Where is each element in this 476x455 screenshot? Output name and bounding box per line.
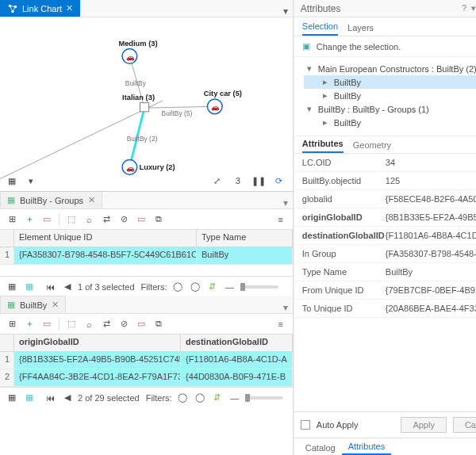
- first-icon[interactable]: ⏮: [43, 280, 57, 294]
- car-icon: 🚗: [211, 103, 220, 112]
- tree-item[interactable]: ▸BuiltBy: [304, 116, 476, 129]
- zoom-icon[interactable]: ⌕: [82, 317, 96, 331]
- copy-icon[interactable]: ⧉: [152, 212, 166, 227]
- apply-button[interactable]: Apply: [401, 417, 447, 433]
- filter1-icon[interactable]: ◯: [171, 280, 185, 294]
- table-row[interactable]: 1 {FA358307-B798-4548-B5F7-5C449C61B61C}…: [0, 247, 293, 265]
- select-icon[interactable]: ⬚: [64, 317, 79, 331]
- chevron-down-icon[interactable]: ▾: [283, 197, 293, 208]
- rownum-header[interactable]: [0, 335, 14, 351]
- attr-key: In Group: [302, 249, 386, 258]
- close-icon[interactable]: ✕: [88, 195, 95, 205]
- del2-icon[interactable]: ▭: [134, 317, 148, 331]
- attr-row[interactable]: globalid{F58ECE48-B2F6-4A50-A86B: [294, 190, 476, 208]
- attr-row[interactable]: From Unique ID{79EB7CBF-0BEF-4B9B-857: [294, 281, 476, 300]
- view-all-icon[interactable]: ▦: [5, 391, 19, 405]
- svg-rect-9: [140, 103, 148, 112]
- copy-icon[interactable]: ⧉: [152, 317, 166, 331]
- tab-link-chart[interactable]: Link Chart ✕: [0, 0, 80, 17]
- clear-icon[interactable]: ⊘: [117, 317, 131, 331]
- attr-key: From Unique ID: [302, 285, 386, 295]
- tree-item[interactable]: ▸BuiltBy: [304, 89, 476, 102]
- col-origin[interactable]: originGlobalID: [14, 335, 181, 351]
- refresh-icon[interactable]: ⟳: [272, 174, 286, 188]
- attr-row[interactable]: LC.OID34: [294, 154, 476, 172]
- tab-builtby-groups[interactable]: ▦ BuiltBy - Groups ✕: [0, 191, 102, 208]
- col-element-id[interactable]: Element Unique ID: [14, 230, 197, 247]
- rownum-header[interactable]: [0, 230, 14, 247]
- table-row[interactable]: 2 {FF4AA84C-3B2E-4CD1-8EA2-F79A1F7335C5}…: [0, 369, 293, 387]
- add-icon[interactable]: ＋: [22, 212, 36, 227]
- cancel-button[interactable]: Cancel: [453, 417, 476, 433]
- attr-row[interactable]: Type NameBuiltBy: [294, 263, 476, 281]
- del2-icon[interactable]: ▭: [134, 212, 148, 227]
- fit-icon[interactable]: ⤢: [210, 174, 225, 188]
- prev-icon[interactable]: ◀: [60, 391, 75, 405]
- zoom-icon[interactable]: ⌕: [82, 212, 96, 227]
- row-height-slider[interactable]: [245, 396, 283, 400]
- field-icon[interactable]: ⊞: [5, 212, 19, 227]
- close-icon[interactable]: ✕: [66, 3, 73, 13]
- select-icon[interactable]: ⬚: [64, 212, 79, 227]
- first-icon[interactable]: ⏮: [43, 391, 57, 405]
- row-height-slider[interactable]: [240, 285, 278, 289]
- help-icon[interactable]: ?: [462, 3, 466, 13]
- tab-selection[interactable]: Selection: [302, 18, 338, 36]
- auto-apply-checkbox[interactable]: [301, 420, 310, 430]
- prev-icon[interactable]: ◀: [60, 280, 75, 294]
- tree-group[interactable]: ▾Main European Constructors : BuiltBy (2…: [304, 62, 476, 75]
- col-type-name[interactable]: Type Name: [197, 230, 293, 247]
- col-dest[interactable]: destinationGlobalID: [181, 335, 293, 351]
- filter4-icon[interactable]: —: [228, 391, 242, 405]
- node-luxury[interactable]: Luxury (2) 🚗: [122, 160, 175, 175]
- attr-row[interactable]: destinationGlobalID{F11801A6-4B8A-4C1D-A…: [294, 227, 476, 245]
- menu-icon[interactable]: ≡: [274, 212, 288, 227]
- delete-icon[interactable]: ▭: [40, 212, 54, 227]
- node-italian[interactable]: Italian (3): [122, 94, 155, 112]
- tree-item[interactable]: ▸BuiltBy: [304, 75, 476, 89]
- pause-icon[interactable]: ❚❚: [251, 174, 266, 188]
- delete-icon[interactable]: ▭: [40, 317, 54, 331]
- filter3-icon[interactable]: ⇵: [210, 391, 225, 405]
- auto-hide-icon[interactable]: ▾: [471, 3, 476, 13]
- grid-icon[interactable]: ▦: [5, 174, 19, 188]
- tab-layers[interactable]: Layers: [347, 20, 374, 36]
- filter4-icon[interactable]: —: [223, 280, 237, 294]
- filter2-icon[interactable]: ◯: [188, 280, 202, 294]
- edge-label: BuiltBy (5): [162, 109, 193, 117]
- link-chart-canvas[interactable]: BuiltBy BuiltBy (5) BuiltBy (2) Medium (…: [0, 17, 293, 192]
- add-icon[interactable]: ＋: [22, 317, 36, 331]
- node-citycar[interactable]: City car (5) 🚗: [204, 90, 242, 113]
- view-sel-icon[interactable]: ▦: [22, 280, 36, 294]
- filter1-icon[interactable]: ◯: [175, 391, 190, 405]
- view-sel-icon[interactable]: ▦: [22, 391, 36, 405]
- field-icon[interactable]: ⊞: [5, 317, 19, 331]
- tree-group[interactable]: ▾BuiltBy : BuiltBy - Groups (1): [304, 102, 476, 116]
- attr-row[interactable]: originGlobalID{8B1B33E5-EF2A-49B5-B90B: [294, 208, 476, 227]
- subtab-attributes[interactable]: Attributes: [302, 136, 344, 153]
- attr-row[interactable]: In Group{FA358307-B798-4548-B5F7: [294, 245, 476, 263]
- view-all-icon[interactable]: ▦: [5, 280, 19, 294]
- tab-link-chart-label: Link Chart: [22, 4, 62, 13]
- table-row[interactable]: 1 {8B1B33E5-EF2A-49B5-B90B-45251C7458E6}…: [0, 352, 293, 369]
- clear-icon[interactable]: ⊘: [117, 212, 131, 227]
- switch-icon[interactable]: ⇄: [99, 317, 113, 331]
- subtab-geometry[interactable]: Geometry: [353, 137, 391, 153]
- node-medium[interactable]: Medium (3) 🚗: [118, 40, 157, 63]
- chevron-down-icon[interactable]: ▾: [283, 6, 288, 17]
- bottom-tab-catalog[interactable]: Catalog: [299, 441, 342, 455]
- filter3-icon[interactable]: ⇵: [205, 280, 220, 294]
- close-icon[interactable]: ✕: [52, 300, 59, 310]
- chevron-down-icon[interactable]: ▾: [24, 174, 38, 188]
- attr-row[interactable]: To Unique ID{20A86BEA-BAE4-4F33-B10: [294, 300, 476, 318]
- attr-row[interactable]: BuiltBy.objectid125: [294, 172, 476, 190]
- change-selection-button[interactable]: ▣ Change the selection. ▾: [294, 36, 476, 57]
- svg-text:Italian (3): Italian (3): [122, 94, 155, 101]
- chevron-down-icon[interactable]: ▾: [283, 302, 293, 313]
- switch-icon[interactable]: ⇄: [99, 212, 113, 227]
- tab-builtby[interactable]: ▦ BuiltBy ✕: [0, 296, 66, 313]
- menu-icon[interactable]: ≡: [274, 317, 288, 331]
- filter2-icon[interactable]: ◯: [193, 391, 207, 405]
- attr-value: BuiltBy: [386, 267, 476, 277]
- bottom-tab-attributes[interactable]: Attributes: [342, 439, 391, 455]
